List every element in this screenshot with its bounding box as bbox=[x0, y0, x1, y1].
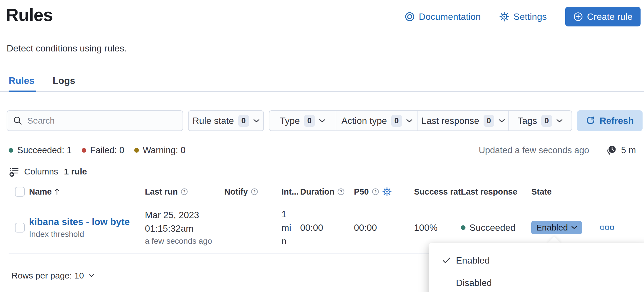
row-checkbox[interactable] bbox=[15, 223, 25, 233]
duration-value: 00:00 bbox=[300, 222, 323, 233]
rule-name-link[interactable]: kibana sites - low byte bbox=[29, 216, 139, 227]
percentile-gear-icon[interactable] bbox=[382, 187, 392, 197]
svg-text:?: ? bbox=[253, 189, 256, 194]
rule-type-label: Index threshold bbox=[29, 230, 84, 239]
search-box bbox=[7, 110, 183, 131]
header-actions: Documentation Settings Create rule bbox=[405, 0, 641, 33]
header-success-rate[interactable]: Success rate bbox=[414, 182, 461, 202]
filter-rule-state[interactable]: Rule state 0 bbox=[188, 110, 264, 131]
header-filler bbox=[622, 182, 644, 202]
menu-item-disabled-label: Disabled bbox=[456, 278, 492, 288]
tags-label: Tags bbox=[518, 116, 537, 126]
rule-state-label: Rule state bbox=[192, 116, 234, 126]
filter-last-response[interactable]: Last response 0 bbox=[417, 111, 508, 130]
state-popover: Enabled Disabled bbox=[429, 243, 644, 292]
succeeded-dot-icon bbox=[9, 148, 13, 153]
refresh-button[interactable]: Refresh bbox=[577, 110, 643, 131]
tab-rules[interactable]: Rules bbox=[9, 74, 34, 88]
table-toolbar: Columns 1 rule bbox=[9, 165, 87, 178]
row-checkbox-cell bbox=[9, 202, 29, 253]
filter-bar: Rule state 0 Type 0 Action type 0 Last r… bbox=[7, 110, 643, 131]
header-last-response-label: Last response bbox=[461, 187, 518, 197]
select-all-checkbox[interactable] bbox=[15, 187, 25, 197]
chevron-down-icon bbox=[253, 119, 260, 123]
header-notify-label: Notify bbox=[224, 187, 248, 197]
header-duration-label: Duration bbox=[300, 187, 334, 197]
menu-item-disabled[interactable]: Disabled bbox=[429, 272, 644, 292]
state-badge[interactable]: Enabled bbox=[531, 221, 582, 234]
header-state-label: State bbox=[531, 187, 552, 197]
auto-refresh-button[interactable]: 5 m bbox=[606, 145, 636, 156]
header-success-rate-label: Success rate bbox=[414, 187, 461, 197]
menu-item-enabled-label: Enabled bbox=[456, 255, 490, 266]
header-name[interactable]: Name bbox=[29, 182, 145, 202]
header-last-run[interactable]: Last run ? bbox=[145, 182, 224, 202]
header-notify[interactable]: Notify ? bbox=[224, 182, 281, 202]
table-header-row: Name Last run ? Notify ? bbox=[9, 182, 644, 202]
rule-count: 1 rule bbox=[64, 167, 87, 176]
rule-state-count-badge: 0 bbox=[238, 115, 249, 127]
action-type-count-badge: 0 bbox=[391, 115, 402, 127]
last-run-relative: a few seconds ago bbox=[145, 235, 212, 247]
documentation-link[interactable]: Documentation bbox=[405, 11, 481, 22]
row-actions-button[interactable] bbox=[598, 223, 616, 232]
header-interval-label: Int... bbox=[281, 187, 299, 197]
menu-item-enabled[interactable]: Enabled bbox=[429, 249, 644, 272]
last-run-date: Mar 25, 2023 bbox=[145, 208, 199, 222]
chevron-down-icon bbox=[556, 119, 563, 123]
columns-button[interactable]: Columns bbox=[9, 166, 58, 177]
header-p50-label: P50 bbox=[354, 187, 369, 197]
help-icon[interactable]: ? bbox=[251, 188, 258, 195]
rows-per-page-button[interactable]: Rows per page: 10 bbox=[12, 268, 94, 283]
failed-dot-icon bbox=[82, 148, 86, 153]
cell-p50: 00:00 bbox=[354, 202, 414, 253]
status-failed: Failed: 0 bbox=[82, 145, 124, 155]
succeeded-dot-icon bbox=[461, 225, 465, 230]
plus-circle-icon bbox=[573, 12, 583, 22]
status-succeeded: Succeeded: 1 bbox=[9, 145, 72, 155]
cell-last-run: Mar 25, 2023 01:15:32am a few seconds ag… bbox=[145, 202, 224, 253]
svg-text:?: ? bbox=[340, 189, 342, 194]
filter-type[interactable]: Type 0 bbox=[269, 111, 336, 130]
create-rule-label: Create rule bbox=[587, 11, 632, 22]
last-response-label: Last response bbox=[421, 116, 479, 126]
last-response-value: Succeeded bbox=[469, 222, 515, 233]
status-right: Updated a few seconds ago 5 m bbox=[479, 145, 636, 156]
refresh-icon bbox=[586, 116, 595, 126]
filter-tags[interactable]: Tags 0 bbox=[508, 111, 572, 130]
header-checkbox-cell bbox=[9, 182, 29, 202]
settings-link[interactable]: Settings bbox=[499, 11, 547, 22]
warning-text: Warning: 0 bbox=[143, 145, 186, 155]
status-row: Succeeded: 1 Failed: 0 Warning: 0 Update… bbox=[9, 143, 636, 157]
header-last-response[interactable]: Last response bbox=[461, 182, 531, 202]
clock-refresh-icon bbox=[606, 145, 617, 156]
help-icon[interactable]: ? bbox=[372, 188, 379, 195]
header-p50[interactable]: P50 ? bbox=[354, 182, 414, 202]
failed-text: Failed: 0 bbox=[90, 145, 124, 155]
tab-logs[interactable]: Logs bbox=[53, 74, 75, 88]
chevron-down-icon bbox=[319, 119, 325, 123]
p50-value: 00:00 bbox=[354, 222, 377, 233]
gear-icon bbox=[499, 11, 509, 22]
cell-interval: 1 min bbox=[281, 202, 300, 253]
filter-action-type[interactable]: Action type 0 bbox=[336, 111, 417, 130]
create-rule-button[interactable]: Create rule bbox=[565, 7, 641, 26]
last-run-time: 01:15:32am bbox=[145, 222, 193, 235]
columns-list-add-icon bbox=[9, 166, 20, 177]
tab-bar: Rules Logs bbox=[9, 74, 75, 88]
chevron-down-icon bbox=[89, 274, 94, 277]
documentation-icon bbox=[405, 11, 415, 22]
header-actions bbox=[592, 182, 622, 202]
action-type-label: Action type bbox=[342, 116, 387, 126]
success-rate-value: 100% bbox=[414, 222, 438, 233]
help-icon[interactable]: ? bbox=[337, 188, 345, 195]
chevron-down-icon bbox=[406, 119, 413, 123]
search-input[interactable] bbox=[27, 116, 177, 126]
refresh-label: Refresh bbox=[599, 116, 634, 126]
header-last-run-label: Last run bbox=[145, 187, 178, 197]
header-state[interactable]: State bbox=[531, 182, 592, 202]
header-duration[interactable]: Duration ? bbox=[300, 182, 354, 202]
header-interval[interactable]: Int... bbox=[281, 182, 300, 202]
warning-dot-icon bbox=[134, 148, 139, 153]
help-icon[interactable]: ? bbox=[181, 188, 188, 195]
